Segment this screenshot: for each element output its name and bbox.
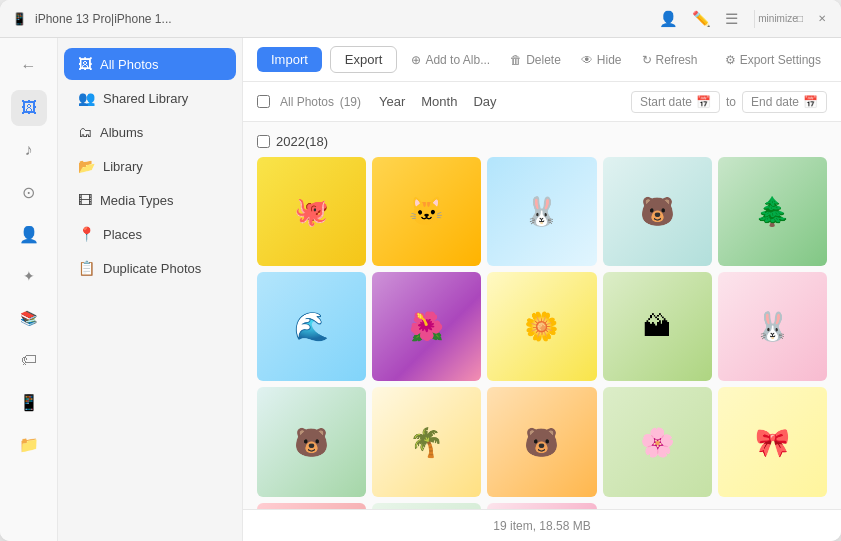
year-checkbox[interactable]: [257, 135, 270, 148]
minimize-button[interactable]: minimize: [771, 12, 785, 26]
day-tab[interactable]: Day: [473, 92, 496, 111]
rail-contacts[interactable]: 👤: [11, 216, 47, 252]
sidebar-item-library-label: Library: [103, 159, 143, 174]
year-label: 2022(18): [276, 134, 328, 149]
photo-placeholder-14: 🌸: [603, 387, 712, 496]
media-types-icon: 🎞: [78, 192, 92, 208]
menu-icon: ☰: [725, 10, 738, 28]
photo-cell[interactable]: 🏔: [603, 272, 712, 381]
library-icon: 📂: [78, 158, 95, 174]
calendar-icon-2: 📅: [803, 95, 818, 109]
sidebar-item-all-photos-label: All Photos: [100, 57, 159, 72]
start-date-input[interactable]: Start date 📅: [631, 91, 720, 113]
hide-icon: 👁: [581, 53, 593, 67]
sidebar-item-all-photos[interactable]: 🖼 All Photos: [64, 48, 236, 80]
import-button[interactable]: Import: [257, 47, 322, 72]
sidebar-item-places[interactable]: 📍 Places: [64, 218, 236, 250]
photo-cell[interactable]: 🐻: [487, 387, 596, 496]
delete-icon: 🗑: [510, 53, 522, 67]
year-header: 2022(18): [257, 134, 827, 149]
photo-cell[interactable]: 👧: [257, 503, 366, 509]
photo-cell[interactable]: 🌲: [718, 157, 827, 266]
date-range: Start date 📅 to End date 📅: [631, 91, 827, 113]
hide-button[interactable]: 👁 Hide: [575, 49, 628, 71]
shared-library-icon: 👥: [78, 90, 95, 106]
photo-cell[interactable]: 🌼: [487, 272, 596, 381]
photo-placeholder-13: 🐻: [487, 387, 596, 496]
photo-cell[interactable]: 👩: [487, 503, 596, 509]
photo-placeholder-16: 👧: [257, 503, 366, 509]
export-button[interactable]: Export: [330, 46, 398, 73]
window-title: iPhone 13 Pro|iPhone 1...: [35, 12, 172, 26]
sidebar-item-albums[interactable]: 🗂 Albums: [64, 116, 236, 148]
all-photos-label: All Photos (19): [280, 94, 361, 109]
photo-cell[interactable]: 🌸: [603, 387, 712, 496]
photo-placeholder-7: 🌺: [372, 272, 481, 381]
year-tab[interactable]: Year: [379, 92, 405, 111]
filter-tabs: Year Month Day: [379, 92, 497, 111]
close-button[interactable]: ✕: [815, 12, 829, 26]
rail-photos[interactable]: 🖼: [11, 90, 47, 126]
photo-cell[interactable]: 🐰: [372, 503, 481, 509]
rail-music[interactable]: ♪: [11, 132, 47, 168]
sidebar-item-media-types[interactable]: 🎞 Media Types: [64, 184, 236, 216]
photo-cell[interactable]: 🌺: [372, 272, 481, 381]
check-all-checkbox[interactable]: [257, 95, 270, 108]
photo-cell[interactable]: 🎀: [718, 387, 827, 496]
calendar-icon: 📅: [696, 95, 711, 109]
photo-placeholder-1: 🐙: [257, 157, 366, 266]
app-window: 📱 iPhone 13 Pro|iPhone 1... 👤 ✏️ ☰ minim…: [0, 0, 841, 541]
photo-cell[interactable]: 🐰: [718, 272, 827, 381]
rail-books[interactable]: 📚: [11, 300, 47, 336]
albums-icon: 🗂: [78, 124, 92, 140]
rail-apps[interactable]: ✦: [11, 258, 47, 294]
photo-placeholder-15: 🎀: [718, 387, 827, 496]
edit-icon: ✏️: [692, 10, 711, 28]
sidebar: 🖼 All Photos 👥 Shared Library 🗂 Albums 📂…: [58, 38, 243, 541]
titlebar-left: 📱 iPhone 13 Pro|iPhone 1...: [12, 12, 172, 26]
photo-placeholder-10: 🐰: [718, 272, 827, 381]
toolbar: Import Export ⊕ Add to Alb... 🗑 Delete 👁…: [243, 38, 841, 82]
photo-cell[interactable]: 🐰: [487, 157, 596, 266]
user-icon: 👤: [659, 10, 678, 28]
photo-cell[interactable]: 🐙: [257, 157, 366, 266]
export-settings-button[interactable]: ⚙ Export Settings: [719, 49, 827, 71]
rail-device[interactable]: 📱: [11, 384, 47, 420]
sidebar-item-duplicate-photos[interactable]: 📋 Duplicate Photos: [64, 252, 236, 284]
sidebar-item-albums-label: Albums: [100, 125, 143, 140]
rail-bookmarks[interactable]: 🏷: [11, 342, 47, 378]
main-layout: ← 🖼 ♪ ⊙ 👤 ✦ 📚 🏷 📱 📁 🖼 All Photos 👥 Share…: [0, 38, 841, 541]
refresh-icon: ↻: [642, 53, 652, 67]
status-label: 19 item, 18.58 MB: [493, 519, 590, 533]
sidebar-item-library[interactable]: 📂 Library: [64, 150, 236, 182]
export-settings-icon: ⚙: [725, 53, 736, 67]
sidebar-item-media-types-label: Media Types: [100, 193, 173, 208]
month-tab[interactable]: Month: [421, 92, 457, 111]
photo-placeholder-11: 🐻: [257, 387, 366, 496]
sidebar-item-shared-library[interactable]: 👥 Shared Library: [64, 82, 236, 114]
end-date-input[interactable]: End date 📅: [742, 91, 827, 113]
photo-cell[interactable]: 🐻: [257, 387, 366, 496]
icon-rail: ← 🖼 ♪ ⊙ 👤 ✦ 📚 🏷 📱 📁: [0, 38, 58, 541]
status-bar: 19 item, 18.58 MB: [243, 509, 841, 541]
photo-cell[interactable]: 🐱: [372, 157, 481, 266]
sidebar-item-duplicate-photos-label: Duplicate Photos: [103, 261, 201, 276]
photos-area: 2022(18) 🐙 🐱 🐰 🐻 🌲: [243, 122, 841, 509]
photo-placeholder-18: 👩: [487, 503, 596, 509]
rail-podcasts[interactable]: ⊙: [11, 174, 47, 210]
refresh-button[interactable]: ↻ Refresh: [636, 49, 704, 71]
photo-placeholder-12: 🌴: [372, 387, 481, 496]
add-to-album-button[interactable]: ⊕ Add to Alb...: [405, 49, 496, 71]
rail-folder[interactable]: 📁: [11, 426, 47, 462]
photo-placeholder-8: 🌼: [487, 272, 596, 381]
rail-back[interactable]: ←: [11, 48, 47, 84]
delete-button[interactable]: 🗑 Delete: [504, 49, 567, 71]
photo-cell[interactable]: 🌴: [372, 387, 481, 496]
photo-cell[interactable]: 🌊: [257, 272, 366, 381]
places-icon: 📍: [78, 226, 95, 242]
photo-placeholder-6: 🌊: [257, 272, 366, 381]
photo-placeholder-17: 🐰: [372, 503, 481, 509]
all-photos-icon: 🖼: [78, 56, 92, 72]
maximize-button[interactable]: □: [793, 12, 807, 26]
photo-cell[interactable]: 🐻: [603, 157, 712, 266]
